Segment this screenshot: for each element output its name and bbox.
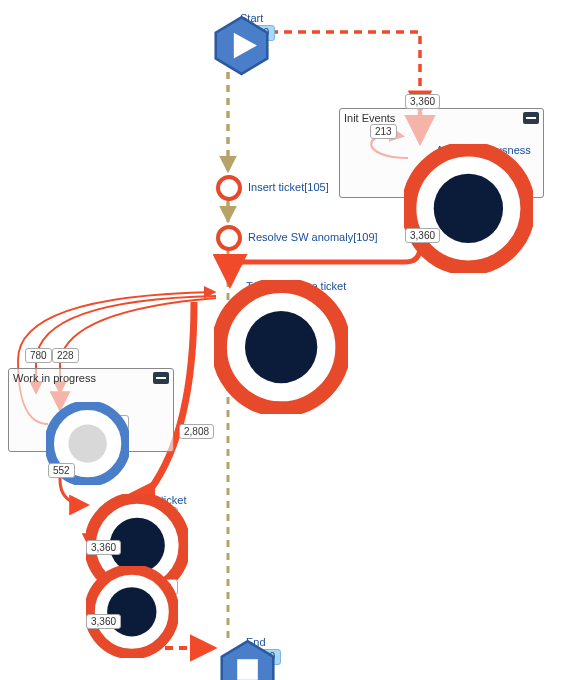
svg-point-7 xyxy=(218,177,240,199)
activity-icon xyxy=(404,146,430,172)
edge-label-assign-self: 213 xyxy=(370,124,397,139)
collapse-icon[interactable] xyxy=(153,372,169,384)
svg-point-8 xyxy=(218,227,240,249)
stop-icon xyxy=(214,638,240,664)
ring-icon xyxy=(216,225,242,251)
activity-icon xyxy=(86,568,112,594)
svg-rect-18 xyxy=(237,659,258,680)
resolvesw-node[interactable] xyxy=(216,225,242,251)
edge-label-assign-take: 3,360 xyxy=(405,228,440,243)
end-node[interactable]: End 3,360 xyxy=(214,636,281,665)
insert-node[interactable] xyxy=(216,175,242,201)
edge-label-resolve-closed: 3,360 xyxy=(86,540,121,555)
svg-point-16 xyxy=(107,587,156,636)
svg-point-6 xyxy=(434,174,503,243)
svg-point-12 xyxy=(68,424,106,462)
resolvesw-label: Resolve SW anomaly[109] xyxy=(248,231,378,243)
closed-node[interactable]: Closed 3,360 0s xyxy=(86,566,178,595)
activity-icon xyxy=(46,404,72,430)
activity-icon xyxy=(214,282,240,308)
edge-label-take-wait-b: 228 xyxy=(52,348,79,363)
resolve-node[interactable]: Resolve ticket 3,360 0s xyxy=(86,494,188,523)
collapse-icon[interactable] xyxy=(523,112,539,124)
start-node[interactable]: Start 3,360 xyxy=(208,12,275,41)
activity-icon xyxy=(86,496,112,522)
play-icon xyxy=(208,14,234,40)
take-node[interactable]: Take in charge ticket 3,588 0s xyxy=(214,280,348,309)
edge-label-wait-resolve: 552 xyxy=(48,463,75,478)
svg-point-10 xyxy=(245,311,317,383)
wait-node[interactable]: Wait 780 0s xyxy=(46,402,129,431)
edge-label-closed-end: 3,360 xyxy=(86,614,121,629)
group-init-title: Init Events xyxy=(344,112,395,124)
insert-label: Insert ticket[105] xyxy=(248,181,329,193)
ring-icon xyxy=(216,175,242,201)
group-wip-title: Work in progress xyxy=(13,372,96,384)
assign-node[interactable]: Assign seriousness 3,573 0s xyxy=(404,144,533,173)
edge-label-start-assign: 3,360 xyxy=(405,94,440,109)
edge-label-take-wait-a: 780 xyxy=(25,348,52,363)
edge-label-take-resolve: 2,808 xyxy=(179,424,214,439)
